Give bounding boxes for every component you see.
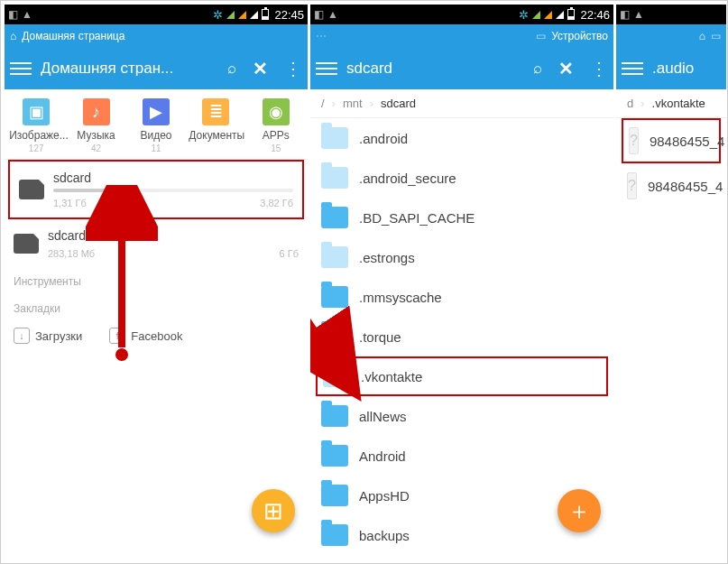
storage-sdcard2[interactable]: sdcard2 283,18 Мб 6 Гб xyxy=(5,219,308,268)
bookmark-downloads[interactable]: ↓ Загрузки xyxy=(14,328,82,344)
image-icon: ▣ xyxy=(23,98,50,125)
folder-name: .android xyxy=(359,131,408,146)
folder-icon xyxy=(321,445,348,467)
bookmarks-row: ↓ Загрузки f Facebook xyxy=(5,322,308,349)
folder-icon xyxy=(321,167,348,189)
notification-icon: ◧ xyxy=(314,8,324,21)
file-name: 98486455_4 xyxy=(650,134,724,149)
folder-icon xyxy=(323,365,350,387)
wifi-icon: ✲ xyxy=(519,8,529,22)
screen-device: ◧ ▲ ✲ 22:46 ⋯ ▭ Устройство sdcard ⌕ ✕ ⋮ … xyxy=(310,5,613,559)
folder-icon xyxy=(321,286,348,308)
folder-row[interactable]: Android xyxy=(310,436,613,476)
menu-button[interactable] xyxy=(10,58,32,79)
category-label: Документы xyxy=(189,129,243,142)
folder-row[interactable]: allNews xyxy=(310,396,613,436)
signal-icon xyxy=(238,11,246,19)
tab-device-label[interactable]: Устройство xyxy=(551,30,608,42)
home-icon: ⌂ xyxy=(10,30,16,42)
more-icon[interactable]: ⋮ xyxy=(284,58,302,79)
category-label: Музыка xyxy=(69,129,124,142)
clock-time: 22:45 xyxy=(274,8,304,22)
fab-add-button[interactable]: ＋ xyxy=(558,489,601,532)
tab-prev[interactable]: ⋯ xyxy=(316,30,327,42)
app-header: sdcard ⌕ ✕ ⋮ xyxy=(310,48,613,89)
folder-row[interactable]: .android xyxy=(310,118,613,158)
storage-sdcard[interactable]: sdcard 1,31 Гб 3,82 Гб xyxy=(8,160,304,219)
category-images[interactable]: ▣ Изображе... 127 xyxy=(9,98,63,153)
folder-row[interactable]: .estrongs xyxy=(310,237,613,277)
search-icon[interactable]: ⌕ xyxy=(227,60,236,78)
menu-button[interactable] xyxy=(316,58,337,79)
section-bookmarks-label: Закладки xyxy=(5,295,308,322)
folder-row[interactable]: .vkontakte xyxy=(316,356,608,396)
crumb-mnt[interactable]: mnt xyxy=(336,97,370,110)
download-icon: ↓ xyxy=(14,328,30,344)
folder-icon xyxy=(321,326,348,347)
folder-name: .mmsyscache xyxy=(359,290,442,305)
category-count: 127 xyxy=(9,143,63,153)
category-music[interactable]: ♪ Музыка 42 xyxy=(69,98,124,153)
folder-name: .estrongs xyxy=(359,250,415,265)
screen-audio: ◧ ▲ ⌂ ▭ .audio d › .vkontakte ? 98486455… xyxy=(616,5,726,559)
category-video[interactable]: ▶ Видео 11 xyxy=(129,98,183,153)
file-unknown-icon: ? xyxy=(627,172,637,199)
status-bar: ◧ ▲ xyxy=(616,5,726,24)
category-count: 11 xyxy=(129,143,183,153)
app-header: Домашняя стран... ⌕ ✕ ⋮ xyxy=(5,48,308,89)
folder-icon xyxy=(321,405,348,427)
tab-strip: ⌂ ▭ xyxy=(616,24,726,48)
signal-icon xyxy=(532,11,540,19)
storage-name: sdcard2 xyxy=(48,228,299,243)
file-row[interactable]: ? 98486455_4 xyxy=(622,118,721,163)
more-icon[interactable]: ⋮ xyxy=(590,58,608,79)
crumb-partial[interactable]: d xyxy=(620,97,640,110)
tab-home-label[interactable]: Домашняя страница xyxy=(22,30,124,42)
folder-name: .android_secure xyxy=(359,171,456,186)
bookmark-label: Загрузки xyxy=(35,329,82,343)
storage-total: 6 Гб xyxy=(280,248,299,259)
signal-icon xyxy=(544,11,552,19)
crumb-root[interactable]: / xyxy=(314,97,332,110)
folder-name: .torque xyxy=(359,329,401,345)
file-name: 98486455_4 xyxy=(648,179,723,194)
device-icon: ▭ xyxy=(536,30,546,42)
search-icon[interactable]: ⌕ xyxy=(533,60,542,78)
category-count: 15 xyxy=(249,143,303,153)
facebook-icon: f xyxy=(109,328,125,344)
folder-row[interactable]: .mmsyscache xyxy=(310,277,613,317)
category-documents[interactable]: ≣ Документы xyxy=(189,98,243,153)
status-bar: ◧ ▲ ✲ 22:45 xyxy=(5,5,308,24)
folder-list[interactable]: .android.android_secure.BD_SAPI_CACHE.es… xyxy=(310,118,613,555)
sdcard-icon xyxy=(19,180,44,199)
tab-strip: ⌂ Домашняя страница xyxy=(5,24,308,48)
header-title: .audio xyxy=(652,60,721,78)
category-row: ▣ Изображе... 127 ♪ Музыка 42 ▶ Видео 11… xyxy=(5,89,308,160)
header-title: sdcard xyxy=(346,60,528,78)
wifi-icon: ✲ xyxy=(213,8,223,22)
header-title: Домашняя стран... xyxy=(41,60,222,78)
screen-home: ◧ ▲ ✲ 22:45 ⌂ Домашняя страница Домашняя… xyxy=(5,5,308,559)
document-icon: ≣ xyxy=(202,98,229,125)
folder-icon xyxy=(321,485,348,506)
folder-name: .BD_SAPI_CACHE xyxy=(359,210,475,226)
close-icon[interactable]: ✕ xyxy=(253,58,268,79)
folder-row[interactable]: .BD_SAPI_CACHE xyxy=(310,198,613,237)
video-icon: ▶ xyxy=(143,98,170,125)
folder-row[interactable]: .android_secure xyxy=(310,158,613,198)
bookmark-facebook[interactable]: f Facebook xyxy=(109,328,182,344)
close-icon[interactable]: ✕ xyxy=(558,58,574,79)
file-row[interactable]: ? 98486455_4 xyxy=(616,163,726,208)
warning-icon: ▲ xyxy=(22,8,32,21)
category-apps[interactable]: ◉ APPs 15 xyxy=(249,98,303,153)
crumb-vkontakte[interactable]: .vkontakte xyxy=(645,97,713,110)
fab-button[interactable]: ⊞ xyxy=(252,489,295,532)
crumb-sdcard[interactable]: sdcard xyxy=(373,97,423,110)
status-bar: ◧ ▲ ✲ 22:46 xyxy=(310,5,613,24)
bookmark-label: Facebook xyxy=(131,329,182,343)
folder-name: backups xyxy=(359,528,410,543)
folder-row[interactable]: .torque xyxy=(310,317,613,356)
storage-total: 3,82 Гб xyxy=(260,198,293,208)
menu-button[interactable] xyxy=(622,58,643,79)
signal-icon xyxy=(250,11,258,19)
